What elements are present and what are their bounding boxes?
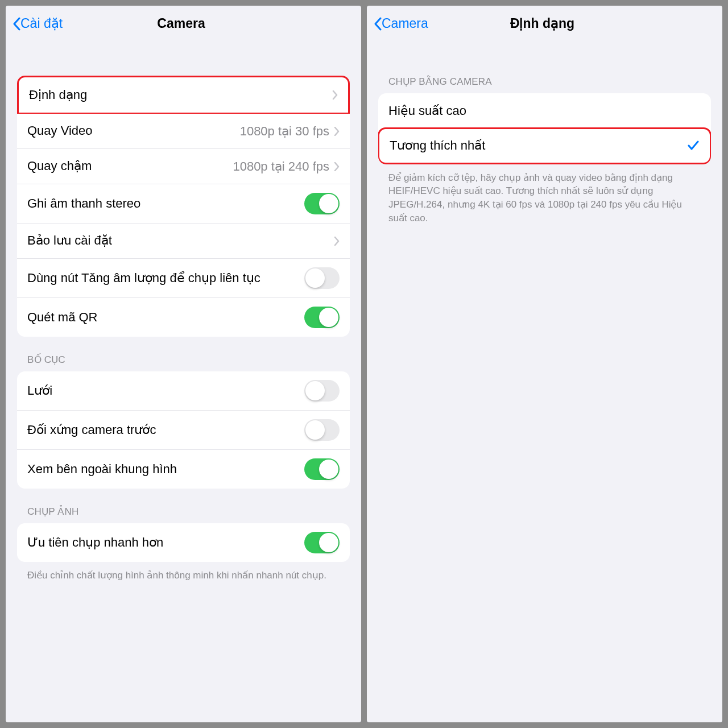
row-faster-shot[interactable]: Ưu tiên chụp nhanh hơn xyxy=(17,523,350,562)
row-volume-burst[interactable]: Dùng nút Tăng âm lượng để chụp liên tục xyxy=(17,259,350,298)
row-format[interactable]: Định dạng xyxy=(19,77,348,113)
nav-bar: Cài đặt Camera xyxy=(6,6,361,42)
toggle-stereo[interactable] xyxy=(304,193,340,214)
section-footer-capture: Điều chỉnh chất lượng hình ảnh thông min… xyxy=(17,562,350,588)
row-label: Quay chậm xyxy=(27,158,233,175)
back-button[interactable]: Cài đặt xyxy=(13,16,63,31)
row-qr[interactable]: Quét mã QR xyxy=(17,298,350,337)
row-most-compatible[interactable]: Tương thích nhất xyxy=(378,127,711,164)
row-mirror[interactable]: Đối xứng camera trước xyxy=(17,411,350,450)
toggle-mirror[interactable] xyxy=(304,419,340,441)
chevron-left-icon xyxy=(13,17,20,31)
chevron-right-icon xyxy=(334,162,340,171)
row-label: Xem bên ngoài khung hình xyxy=(27,461,304,478)
section-header-capture: CHỤP ẢNH xyxy=(17,489,350,523)
row-label: Bảo lưu cài đặt xyxy=(27,233,334,249)
chevron-right-icon xyxy=(334,127,340,136)
row-label: Hiệu suất cao xyxy=(388,103,701,119)
section-footer-format: Để giảm kích cỡ tệp, hãy chụp ảnh và qua… xyxy=(378,164,711,231)
row-outside-frame[interactable]: Xem bên ngoài khung hình xyxy=(17,450,350,489)
toggle-grid[interactable] xyxy=(304,380,340,402)
toggle-outside-frame[interactable] xyxy=(304,458,340,480)
content: CHỤP BẰNG CAMERA Hiệu suất cao Tương thí… xyxy=(367,42,722,722)
settings-group-layout: Lưới Đối xứng camera trước Xem bên ngoài… xyxy=(17,371,350,489)
format-group: Hiệu suất cao Tương thích nhất xyxy=(378,93,711,164)
nav-bar: Camera Định dạng xyxy=(367,6,722,42)
row-label: Định dạng xyxy=(29,87,332,104)
row-label: Dùng nút Tăng âm lượng để chụp liên tục xyxy=(27,270,304,287)
page-title: Camera xyxy=(13,16,350,31)
row-grid[interactable]: Lưới xyxy=(17,371,350,411)
back-label: Cài đặt xyxy=(20,16,63,31)
row-label: Đối xứng camera trước xyxy=(27,422,304,439)
chevron-right-icon xyxy=(332,90,338,100)
row-label: Tương thích nhất xyxy=(390,138,687,154)
row-preserve-settings[interactable]: Bảo lưu cài đặt xyxy=(17,224,350,259)
toggle-faster-shot[interactable] xyxy=(304,532,340,553)
back-label: Camera xyxy=(382,16,428,31)
chevron-right-icon xyxy=(334,237,340,246)
row-stereo[interactable]: Ghi âm thanh stereo xyxy=(17,184,350,224)
settings-group-1: Quay Video 1080p tại 30 fps Quay chậm 10… xyxy=(17,114,350,337)
section-header-camera-capture: CHỤP BẰNG CAMERA xyxy=(378,42,711,93)
row-high-efficiency[interactable]: Hiệu suất cao xyxy=(378,93,711,129)
toggle-volume-burst[interactable] xyxy=(304,267,340,289)
row-label: Lưới xyxy=(27,383,304,399)
row-value: 1080p tại 240 fps xyxy=(233,159,329,174)
checkmark-icon xyxy=(687,139,700,152)
camera-settings-screen: Cài đặt Camera Định dạng Quay Video 1080… xyxy=(6,6,361,722)
format-settings-screen: Camera Định dạng CHỤP BẰNG CAMERA Hiệu s… xyxy=(367,6,722,722)
back-button[interactable]: Camera xyxy=(374,16,428,31)
row-label: Quét mã QR xyxy=(27,309,304,326)
settings-group-capture: Ưu tiên chụp nhanh hơn xyxy=(17,523,350,562)
row-value: 1080p tại 30 fps xyxy=(240,124,329,139)
row-label: Ưu tiên chụp nhanh hơn xyxy=(27,535,304,551)
settings-group-1-highlighted: Định dạng xyxy=(17,76,350,114)
content: Định dạng Quay Video 1080p tại 30 fps Qu… xyxy=(6,42,361,722)
row-label: Ghi âm thanh stereo xyxy=(27,196,304,212)
section-header-layout: BỐ CỤC xyxy=(17,337,350,371)
toggle-qr[interactable] xyxy=(304,307,340,328)
row-label: Quay Video xyxy=(27,123,240,139)
chevron-left-icon xyxy=(374,17,382,31)
row-slow-mo[interactable]: Quay chậm 1080p tại 240 fps xyxy=(17,149,350,184)
row-record-video[interactable]: Quay Video 1080p tại 30 fps xyxy=(17,114,350,149)
